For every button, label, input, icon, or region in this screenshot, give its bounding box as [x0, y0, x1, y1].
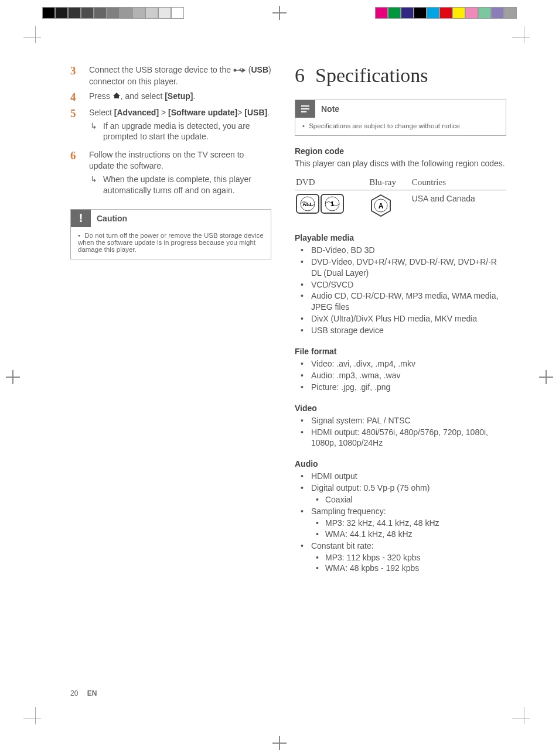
- spec-item: Constant bit rate:MP3: 112 kbps - 320 kp…: [295, 541, 506, 574]
- spec-item: DivX (Ultra)/DivX Plus HD media, MKV med…: [295, 313, 506, 324]
- caution-box: ! Caution Do not turn off the power or r…: [70, 209, 271, 259]
- crop-mark: [23, 26, 47, 49]
- color-bar-cmyk: [375, 7, 517, 19]
- chapter-heading: 6Specifications: [295, 64, 506, 87]
- spec-heading: Audio: [295, 459, 506, 468]
- spec-subitem: MP3: 112 kbps - 320 kpbs: [311, 552, 506, 563]
- spec-heading: Playable media: [295, 233, 506, 242]
- step-4: 4 Press , and select [Setup].: [70, 91, 271, 104]
- spec-subitem: Coaxial: [311, 494, 506, 505]
- spec-list: Video: .avi, .divx, .mp4, .mkvAudio: .mp…: [295, 358, 506, 393]
- svg-text:ALL: ALL: [302, 201, 313, 207]
- dvd-region-1-icon: 1: [321, 194, 344, 215]
- spec-item: Video: .avi, .divx, .mp4, .mkv: [295, 358, 506, 370]
- spec-item: Audio: .mp3, .wma, .wav: [295, 370, 506, 381]
- home-icon: [113, 91, 121, 102]
- spec-item: Audio CD, CD-R/CD-RW, MP3 media, WMA med…: [295, 290, 506, 313]
- color-bar-gray: [42, 7, 184, 19]
- step-5: 5 Select [Advanced] > [Software update]>…: [70, 107, 271, 143]
- spec-list: Signal system: PAL / NTSCHDMI output: 48…: [295, 415, 506, 449]
- spec-item: HDMI output: [295, 471, 506, 482]
- crop-mark: [512, 707, 536, 730]
- result-arrow-icon: ↳: [89, 121, 98, 143]
- svg-marker-4: [243, 69, 245, 71]
- region-table: DVD Blu-ray Countries ALL 1 A USA and Ca…: [295, 175, 506, 223]
- crosshair-icon: [272, 6, 287, 20]
- spec-item: Digital output: 0.5 Vp-p (75 ohm)Coaxial: [295, 483, 506, 505]
- crop-mark: [512, 26, 536, 49]
- spec-item: USB storage device: [295, 325, 506, 336]
- spec-subitem: WMA: 44.1 kHz, 48 kHz: [311, 529, 506, 540]
- spec-subitem: MP3: 32 kHz, 44.1 kHz, 48 kHz: [311, 518, 506, 529]
- step-3: 3 Connect the USB storage device to the …: [70, 64, 271, 87]
- result-arrow-icon: ↳: [89, 174, 98, 196]
- caution-icon: !: [71, 210, 91, 227]
- spec-item: Sampling frequency:MP3: 32 kHz, 44.1 kHz…: [295, 506, 506, 540]
- spec-item: HDMI output: 480i/576i, 480p/576p, 720p,…: [295, 427, 506, 449]
- crosshair-icon: [6, 370, 20, 384]
- left-column: 3 Connect the USB storage device to the …: [70, 64, 271, 692]
- spec-item: DVD-Video, DVD+R/+RW, DVD-R/-RW, DVD+R/-…: [295, 256, 506, 279]
- crop-mark: [23, 707, 47, 730]
- svg-text:A: A: [379, 202, 384, 210]
- spec-item: BD-Video, BD 3D: [295, 245, 506, 256]
- note-box: Note Specifications are subject to chang…: [295, 100, 506, 136]
- svg-text:1: 1: [330, 200, 334, 207]
- spec-item: VCD/SVCD: [295, 279, 506, 290]
- step-6: 6 Follow the instructions on the TV scre…: [70, 149, 271, 196]
- page-footer: 20 EN: [70, 689, 97, 697]
- spec-list: BD-Video, BD 3DDVD-Video, DVD+R/+RW, DVD…: [295, 245, 506, 336]
- region-code-heading: Region code: [295, 146, 506, 156]
- spec-item: Signal system: PAL / NTSC: [295, 415, 506, 426]
- crosshair-icon: [272, 736, 287, 750]
- crosshair-icon: [539, 370, 553, 384]
- dvd-region-all-icon: ALL: [296, 194, 319, 215]
- spec-heading: File format: [295, 347, 506, 356]
- right-column: 6Specifications Note Specifications are …: [295, 64, 506, 692]
- spec-subitem: WMA: 48 kpbs - 192 kpbs: [311, 563, 506, 574]
- spec-heading: Video: [295, 403, 506, 413]
- spec-item: Picture: .jpg, .gif, .png: [295, 382, 506, 393]
- bluray-region-a-icon: A: [369, 210, 393, 219]
- spec-list: HDMI outputDigital output: 0.5 Vp-p (75 …: [295, 471, 506, 574]
- note-icon: [295, 100, 315, 118]
- usb-icon: [233, 65, 246, 76]
